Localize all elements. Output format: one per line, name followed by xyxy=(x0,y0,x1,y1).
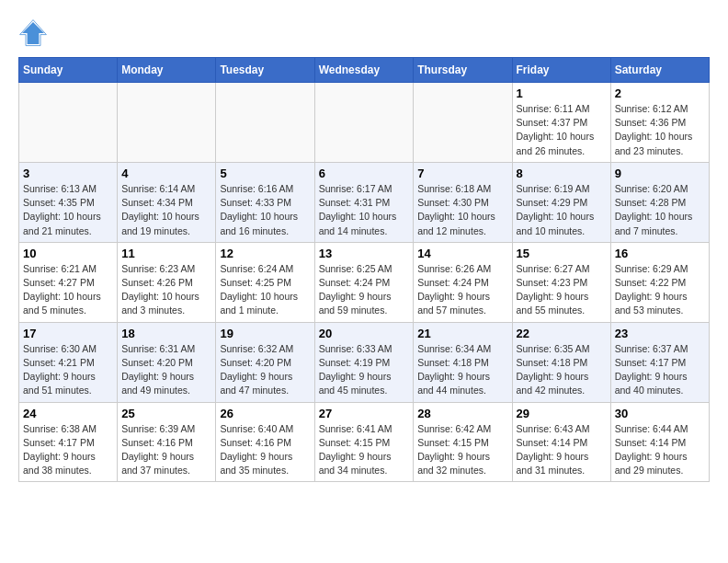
day-info: Sunrise: 6:25 AMSunset: 4:24 PMDaylight:… xyxy=(319,262,410,318)
day-number: 19 xyxy=(220,327,310,340)
calendar-cell: 9Sunrise: 6:20 AMSunset: 4:28 PMDaylight… xyxy=(610,162,709,242)
day-number: 8 xyxy=(517,167,607,180)
day-number: 30 xyxy=(615,407,705,420)
weekday-header: Sunday xyxy=(19,58,118,83)
day-number: 3 xyxy=(23,167,113,180)
day-number: 23 xyxy=(615,327,705,340)
calendar-cell: 18Sunrise: 6:31 AMSunset: 4:20 PMDayligh… xyxy=(118,322,216,402)
weekday-header: Wednesday xyxy=(314,58,414,83)
calendar-cell: 24Sunrise: 6:38 AMSunset: 4:17 PMDayligh… xyxy=(19,402,118,482)
day-info: Sunrise: 6:42 AMSunset: 4:15 PMDaylight:… xyxy=(417,422,507,478)
calendar-cell: 21Sunrise: 6:34 AMSunset: 4:18 PMDayligh… xyxy=(414,322,512,402)
day-number: 12 xyxy=(220,247,310,260)
calendar-cell: 26Sunrise: 6:40 AMSunset: 4:16 PMDayligh… xyxy=(216,402,314,482)
calendar-cell: 5Sunrise: 6:16 AMSunset: 4:33 PMDaylight… xyxy=(216,162,314,242)
calendar-cell: 22Sunrise: 6:35 AMSunset: 4:18 PMDayligh… xyxy=(512,322,610,402)
calendar-cell: 4Sunrise: 6:14 AMSunset: 4:34 PMDaylight… xyxy=(118,162,216,242)
day-info: Sunrise: 6:29 AMSunset: 4:22 PMDaylight:… xyxy=(615,262,705,318)
day-number: 27 xyxy=(319,407,410,420)
day-info: Sunrise: 6:34 AMSunset: 4:18 PMDaylight:… xyxy=(417,342,507,398)
day-number: 9 xyxy=(615,167,705,180)
day-number: 25 xyxy=(121,407,211,420)
day-info: Sunrise: 6:16 AMSunset: 4:33 PMDaylight:… xyxy=(220,182,310,238)
calendar-week-row: 1Sunrise: 6:11 AMSunset: 4:37 PMDaylight… xyxy=(19,83,710,163)
calendar-cell: 7Sunrise: 6:18 AMSunset: 4:30 PMDaylight… xyxy=(414,162,512,242)
day-info: Sunrise: 6:24 AMSunset: 4:25 PMDaylight:… xyxy=(220,262,310,318)
calendar-cell: 23Sunrise: 6:37 AMSunset: 4:17 PMDayligh… xyxy=(610,322,709,402)
day-info: Sunrise: 6:20 AMSunset: 4:28 PMDaylight:… xyxy=(615,182,705,238)
day-number: 26 xyxy=(220,407,310,420)
calendar-cell xyxy=(314,83,414,163)
calendar-cell xyxy=(19,83,118,163)
calendar-cell: 2Sunrise: 6:12 AMSunset: 4:36 PMDaylight… xyxy=(610,83,709,163)
day-number: 13 xyxy=(319,247,410,260)
calendar-cell: 11Sunrise: 6:23 AMSunset: 4:26 PMDayligh… xyxy=(118,242,216,322)
day-info: Sunrise: 6:18 AMSunset: 4:30 PMDaylight:… xyxy=(417,182,507,238)
day-info: Sunrise: 6:31 AMSunset: 4:20 PMDaylight:… xyxy=(121,342,211,398)
day-info: Sunrise: 6:13 AMSunset: 4:35 PMDaylight:… xyxy=(23,182,113,238)
day-number: 29 xyxy=(517,407,607,420)
day-info: Sunrise: 6:35 AMSunset: 4:18 PMDaylight:… xyxy=(517,342,607,398)
calendar-cell: 1Sunrise: 6:11 AMSunset: 4:37 PMDaylight… xyxy=(512,83,610,163)
calendar-cell: 6Sunrise: 6:17 AMSunset: 4:31 PMDaylight… xyxy=(314,162,414,242)
calendar-header-row: SundayMondayTuesdayWednesdayThursdayFrid… xyxy=(19,58,710,83)
weekday-header: Tuesday xyxy=(216,58,314,83)
day-number: 4 xyxy=(121,167,211,180)
day-number: 21 xyxy=(417,327,507,340)
day-number: 24 xyxy=(23,407,113,420)
day-number: 7 xyxy=(417,167,507,180)
day-number: 10 xyxy=(23,247,113,260)
day-number: 16 xyxy=(615,247,705,260)
day-info: Sunrise: 6:26 AMSunset: 4:24 PMDaylight:… xyxy=(417,262,507,318)
day-info: Sunrise: 6:43 AMSunset: 4:14 PMDaylight:… xyxy=(517,422,607,478)
calendar-cell: 25Sunrise: 6:39 AMSunset: 4:16 PMDayligh… xyxy=(118,402,216,482)
calendar-cell: 19Sunrise: 6:32 AMSunset: 4:20 PMDayligh… xyxy=(216,322,314,402)
calendar-cell xyxy=(118,83,216,163)
calendar-cell: 30Sunrise: 6:44 AMSunset: 4:14 PMDayligh… xyxy=(610,402,709,482)
day-info: Sunrise: 6:21 AMSunset: 4:27 PMDaylight:… xyxy=(23,262,113,318)
day-number: 11 xyxy=(121,247,211,260)
day-number: 18 xyxy=(121,327,211,340)
logo-icon xyxy=(18,18,48,48)
calendar-week-row: 10Sunrise: 6:21 AMSunset: 4:27 PMDayligh… xyxy=(19,242,710,322)
day-number: 14 xyxy=(417,247,507,260)
calendar-cell: 15Sunrise: 6:27 AMSunset: 4:23 PMDayligh… xyxy=(512,242,610,322)
day-number: 22 xyxy=(517,327,607,340)
weekday-header: Saturday xyxy=(610,58,709,83)
day-number: 2 xyxy=(615,86,705,100)
weekday-header: Thursday xyxy=(414,58,512,83)
calendar-cell: 3Sunrise: 6:13 AMSunset: 4:35 PMDaylight… xyxy=(19,162,118,242)
day-info: Sunrise: 6:30 AMSunset: 4:21 PMDaylight:… xyxy=(23,342,113,398)
day-info: Sunrise: 6:12 AMSunset: 4:36 PMDaylight:… xyxy=(615,102,705,158)
day-info: Sunrise: 6:33 AMSunset: 4:19 PMDaylight:… xyxy=(319,342,410,398)
calendar: SundayMondayTuesdayWednesdayThursdayFrid… xyxy=(18,57,710,482)
calendar-week-row: 17Sunrise: 6:30 AMSunset: 4:21 PMDayligh… xyxy=(19,322,710,402)
day-number: 28 xyxy=(417,407,507,420)
day-info: Sunrise: 6:38 AMSunset: 4:17 PMDaylight:… xyxy=(23,422,113,478)
calendar-cell: 16Sunrise: 6:29 AMSunset: 4:22 PMDayligh… xyxy=(610,242,709,322)
calendar-cell: 17Sunrise: 6:30 AMSunset: 4:21 PMDayligh… xyxy=(19,322,118,402)
day-info: Sunrise: 6:23 AMSunset: 4:26 PMDaylight:… xyxy=(121,262,211,318)
calendar-cell: 20Sunrise: 6:33 AMSunset: 4:19 PMDayligh… xyxy=(314,322,414,402)
day-number: 1 xyxy=(517,86,607,100)
day-info: Sunrise: 6:19 AMSunset: 4:29 PMDaylight:… xyxy=(517,182,607,238)
calendar-cell xyxy=(414,83,512,163)
calendar-cell: 12Sunrise: 6:24 AMSunset: 4:25 PMDayligh… xyxy=(216,242,314,322)
header xyxy=(18,18,710,48)
day-info: Sunrise: 6:27 AMSunset: 4:23 PMDaylight:… xyxy=(517,262,607,318)
day-info: Sunrise: 6:32 AMSunset: 4:20 PMDaylight:… xyxy=(220,342,310,398)
day-number: 5 xyxy=(220,167,310,180)
calendar-cell: 29Sunrise: 6:43 AMSunset: 4:14 PMDayligh… xyxy=(512,402,610,482)
day-number: 6 xyxy=(319,167,410,180)
day-info: Sunrise: 6:17 AMSunset: 4:31 PMDaylight:… xyxy=(319,182,410,238)
logo xyxy=(18,18,51,48)
calendar-cell: 13Sunrise: 6:25 AMSunset: 4:24 PMDayligh… xyxy=(314,242,414,322)
calendar-cell: 28Sunrise: 6:42 AMSunset: 4:15 PMDayligh… xyxy=(414,402,512,482)
calendar-week-row: 24Sunrise: 6:38 AMSunset: 4:17 PMDayligh… xyxy=(19,402,710,482)
day-info: Sunrise: 6:41 AMSunset: 4:15 PMDaylight:… xyxy=(319,422,410,478)
weekday-header: Monday xyxy=(118,58,216,83)
day-info: Sunrise: 6:37 AMSunset: 4:17 PMDaylight:… xyxy=(615,342,705,398)
calendar-cell xyxy=(216,83,314,163)
calendar-cell: 10Sunrise: 6:21 AMSunset: 4:27 PMDayligh… xyxy=(19,242,118,322)
calendar-cell: 27Sunrise: 6:41 AMSunset: 4:15 PMDayligh… xyxy=(314,402,414,482)
